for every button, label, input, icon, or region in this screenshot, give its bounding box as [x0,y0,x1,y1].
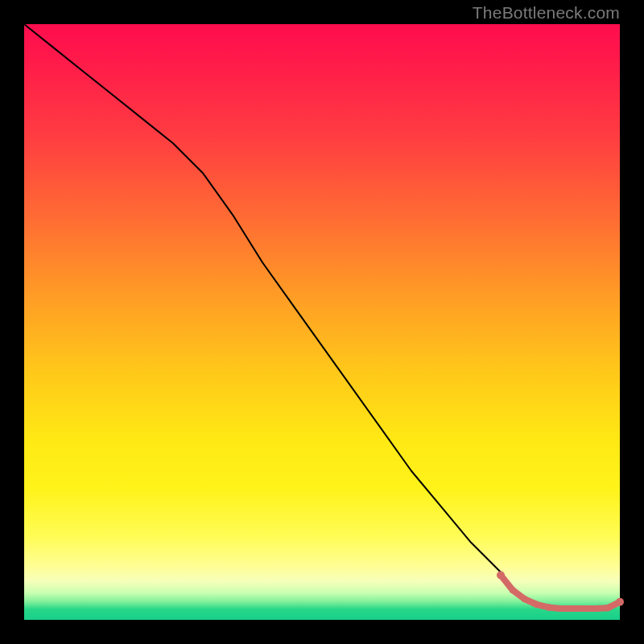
svg-point-10 [497,572,505,580]
svg-point-15 [557,605,564,612]
optimal-zone-markers [497,572,624,612]
svg-point-14 [545,604,551,610]
plot-area [24,24,620,620]
svg-point-12 [522,596,528,602]
bottleneck-curve [24,24,620,608]
watermark-text: TheBottleneck.com [473,3,620,23]
overlay-svg [24,24,620,620]
chart-frame: TheBottleneck.com [0,0,644,644]
svg-point-19 [605,605,611,611]
svg-point-18 [592,605,599,612]
svg-point-11 [510,587,516,593]
svg-point-13 [533,601,539,608]
svg-point-17 [581,605,588,612]
svg-point-16 [569,605,576,612]
svg-point-20 [616,598,624,606]
